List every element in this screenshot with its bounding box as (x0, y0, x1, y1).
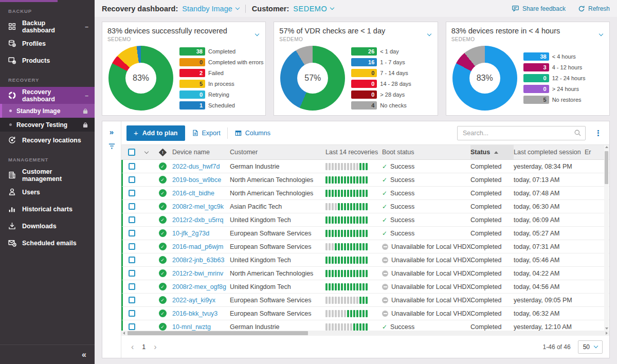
sidebar-item-standby-image[interactable]: Standby Image (0, 104, 95, 118)
table-body: ✓2022-dus_hwf7dGerman Industrie✓SuccessC… (121, 160, 609, 331)
device-link[interactable]: 2022-ayt_ki9yx (172, 297, 230, 304)
row-checkbox[interactable] (129, 203, 135, 210)
legend-item: 26< 1 day (351, 47, 411, 56)
chevron-down-icon[interactable] (428, 28, 431, 38)
table-row[interactable]: ✓2022-ayt_ki9yxEuropean Software Service… (121, 294, 609, 307)
table-row[interactable]: ✓2016-clt_bidheNorth American Technologi… (121, 187, 609, 200)
table-row[interactable]: ✓2008r2-mel_tgc9kAsian Pacific Tech✓Succ… (121, 200, 609, 213)
row-checkbox[interactable] (129, 270, 135, 277)
refresh-button[interactable]: Refresh (578, 5, 610, 12)
table-row[interactable]: ✓2016-bkk_tvuy3European Software Service… (121, 307, 609, 320)
col-last14-recoveries[interactable]: Last 14 recoveries (325, 145, 382, 159)
row-checkbox[interactable] (129, 323, 135, 330)
device-link[interactable]: 10-jfk_2g73d (172, 230, 230, 237)
select-menu-chevron[interactable] (140, 145, 153, 159)
table-row[interactable]: ✓2008r2-jnb_63b63United Kingdom TechUnav… (121, 253, 609, 267)
recovery-bar (338, 163, 340, 170)
device-link[interactable]: 2022-dus_hwf7d (172, 163, 230, 170)
row-checkbox[interactable] (129, 243, 135, 250)
status-cell: Completed (470, 297, 514, 304)
recovery-bar (350, 310, 352, 317)
device-link[interactable]: 2016-clt_bidhe (172, 190, 230, 197)
sidebar-item-users[interactable]: Users (0, 184, 95, 201)
device-link[interactable]: 2016-mad_p6wjm (172, 243, 230, 250)
sidebar-item-products[interactable]: Products (0, 52, 95, 69)
device-link[interactable]: 2016-bkk_tvuy3 (172, 310, 230, 317)
col-status-sorted[interactable]: Status (470, 145, 514, 159)
device-link[interactable]: 10-mnl_rwztg (172, 323, 230, 331)
scroll-up-arrow[interactable] (605, 146, 608, 148)
unavailable-icon (382, 257, 388, 263)
table-row[interactable]: ✓10-jfk_2g73dEuropean Software Services✓… (121, 227, 609, 240)
row-checkbox[interactable] (129, 176, 135, 183)
device-link[interactable]: 2012r2-bwi_mrinv (172, 270, 230, 277)
export-button[interactable]: Export (192, 129, 221, 137)
search-input[interactable] (457, 126, 586, 140)
row-checkbox[interactable] (129, 257, 135, 263)
success-circle-icon: ✓ (159, 283, 167, 290)
table-row[interactable]: ✓10-mnl_rwztgGerman Industrie✓SuccessCom… (121, 320, 609, 331)
row-checkbox[interactable] (129, 190, 135, 196)
sidebar-item-customer-management[interactable]: Customer management (0, 167, 95, 184)
col-customer[interactable]: Customer (230, 145, 325, 159)
device-link[interactable]: 2008r2-jnb_63b63 (172, 257, 230, 264)
sidebar-item-downloads[interactable]: Downloads (0, 217, 95, 234)
col-last-completed-session[interactable]: Last completed session (514, 145, 585, 159)
page-size-select[interactable]: 50 (578, 340, 603, 354)
sidebar-item-profiles[interactable]: Profiles (0, 35, 95, 52)
table-row[interactable]: ✓2012r2-bwi_mrinvNorth American Technolo… (121, 267, 609, 280)
table-row[interactable]: ✓2022-dus_hwf7dGerman Industrie✓SuccessC… (121, 160, 609, 173)
select-all-checkbox[interactable] (128, 149, 135, 156)
recovery-bar (359, 257, 361, 264)
collapse-indicator[interactable]: – (85, 23, 88, 30)
horizontal-scrollbar[interactable] (121, 331, 609, 336)
table-row[interactable]: ✓2008r2-mex_ogf8gUnited Kingdom TechUnav… (121, 280, 609, 294)
chevron-down-icon[interactable] (256, 28, 259, 38)
sidebar-item-backup-dashboard[interactable]: Backup dashboard– (0, 18, 95, 35)
col-boot-status[interactable]: Boot status (382, 145, 470, 159)
filter-icon[interactable] (108, 143, 116, 150)
scroll-right-arrow[interactable] (606, 332, 608, 335)
sidebar-item-recovery-dashboard[interactable]: Recovery dashboard– (0, 87, 95, 104)
add-to-plan-button[interactable]: + Add to plan (126, 125, 185, 141)
collapse-indicator[interactable]: – (85, 92, 88, 99)
check-icon: ✓ (382, 216, 387, 224)
row-checkbox[interactable] (129, 230, 135, 236)
sidebar-item-historical-charts[interactable]: Historical charts (0, 201, 95, 217)
recovery-bar (356, 176, 358, 184)
row-checkbox[interactable] (129, 163, 135, 170)
customer-selector-dropdown[interactable]: SEDEMO (293, 5, 334, 13)
sidebar-item-recovery-locations[interactable]: Recovery locations (0, 132, 95, 149)
scroll-left-arrow[interactable] (123, 332, 125, 335)
scroll-down-arrow[interactable] (605, 327, 608, 330)
col-device-name[interactable]: Device name (172, 145, 230, 159)
vertical-scroll-thumb[interactable] (605, 151, 608, 184)
chevron-down-icon[interactable] (600, 28, 603, 38)
columns-button[interactable]: Columns (234, 130, 270, 137)
expand-panel-icon[interactable]: » (110, 128, 114, 136)
vertical-scrollbar[interactable] (604, 145, 609, 331)
device-link[interactable]: 2012r2-dxb_u5rrq (172, 216, 230, 224)
sidebar-item-scheduled-emails[interactable]: Scheduled emails (0, 234, 95, 251)
current-page[interactable]: 1 (137, 343, 151, 351)
row-checkbox[interactable] (129, 216, 135, 223)
sidebar-item-recovery-testing[interactable]: Recovery Testing (0, 118, 95, 132)
next-page-button[interactable]: › (151, 342, 159, 352)
view-selector-dropdown[interactable]: Standby Image (182, 5, 239, 13)
row-checkbox[interactable] (129, 283, 135, 290)
collapse-sidebar-button[interactable]: « (82, 350, 86, 359)
table-row[interactable]: ✓2016-mad_p6wjmEuropean Software Service… (121, 240, 609, 253)
kebab-menu-button[interactable]: ⋮ (592, 129, 604, 138)
device-link[interactable]: 2008r2-mel_tgc9k (172, 203, 230, 210)
share-feedback-button[interactable]: Share feedback (512, 5, 566, 12)
status-cell: Completed (470, 257, 514, 264)
row-checkbox[interactable] (129, 297, 135, 303)
table-row[interactable]: ✓2019-bos_w9bceNorth American Technologi… (121, 173, 609, 187)
alert-column-header[interactable]: ! (153, 145, 172, 159)
table-row[interactable]: ✓2012r2-dxb_u5rrqUnited Kingdom Tech✓Suc… (121, 213, 609, 227)
prev-page-button[interactable]: ‹ (128, 342, 137, 352)
row-checkbox[interactable] (129, 310, 135, 317)
horizontal-scroll-thumb[interactable] (128, 331, 308, 335)
device-link[interactable]: 2019-bos_w9bce (172, 176, 230, 184)
device-link[interactable]: 2008r2-mex_ogf8g (172, 283, 230, 290)
